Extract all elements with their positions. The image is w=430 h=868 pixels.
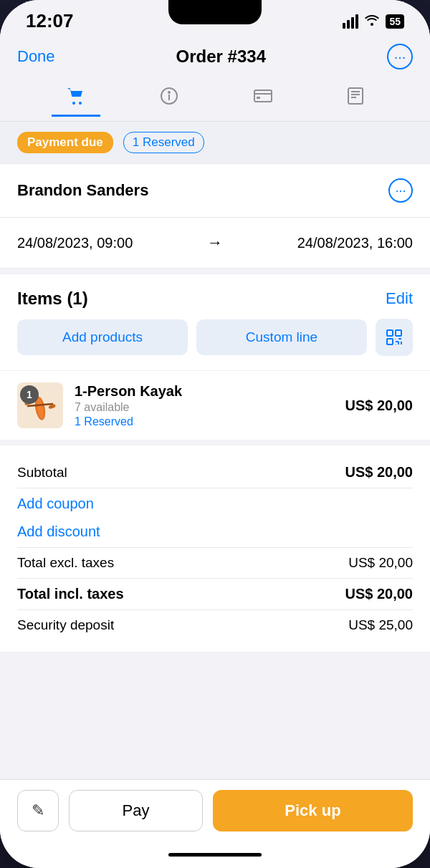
product-price: US$ 20,00 xyxy=(345,397,413,414)
customer-name: Brandon Sanders xyxy=(17,181,148,200)
svg-rect-5 xyxy=(254,90,272,102)
battery-icon: 55 xyxy=(386,14,404,29)
wifi-icon xyxy=(364,13,380,29)
edit-icon-button[interactable]: ✎ xyxy=(17,790,59,831)
product-item: 1 1-Person Kayak 7 available 1 Reserved … xyxy=(0,370,430,440)
page-title: Order #334 xyxy=(176,47,266,67)
info-icon xyxy=(160,87,178,110)
customer-more-icon: ··· xyxy=(395,183,406,198)
tab-cart[interactable] xyxy=(52,82,100,117)
status-icons: 55 xyxy=(343,13,404,29)
payment-due-badge: Payment due xyxy=(17,132,113,153)
scan-barcode-button[interactable] xyxy=(376,319,413,356)
end-date: 24/08/2023, 16:00 xyxy=(297,235,413,251)
customer-more-button[interactable]: ··· xyxy=(388,178,413,203)
total-excl-value: US$ 20,00 xyxy=(348,555,413,571)
svg-point-0 xyxy=(72,102,75,105)
nav-header: Done Order #334 ··· xyxy=(0,38,430,78)
home-bar xyxy=(168,853,262,857)
more-menu-button[interactable]: ··· xyxy=(387,44,413,69)
total-incl-label: Total incl. taxes xyxy=(17,586,124,602)
product-reserved-badge: 1 Reserved xyxy=(75,415,345,428)
svg-point-1 xyxy=(79,102,82,105)
security-deposit-value: US$ 25,00 xyxy=(348,617,413,633)
add-discount-button[interactable]: Add discount xyxy=(17,519,413,547)
tab-bar xyxy=(0,78,430,122)
security-deposit-label: Security deposit xyxy=(17,617,114,633)
custom-line-button[interactable]: Custom line xyxy=(196,319,367,355)
product-availability: 7 available xyxy=(75,401,345,414)
add-products-button[interactable]: Add products xyxy=(17,319,188,355)
done-button[interactable]: Done xyxy=(17,47,55,66)
total-incl-value: US$ 20,00 xyxy=(345,586,413,602)
cart-icon xyxy=(66,87,86,110)
tab-info[interactable] xyxy=(145,82,193,117)
arrow-icon: → xyxy=(207,233,223,252)
content-area: Brandon Sanders ··· 24/08/2023, 09:00 → … xyxy=(0,163,430,779)
product-quantity-badge: 1 xyxy=(20,385,39,404)
svg-rect-12 xyxy=(387,330,393,336)
totals-section: Subtotal US$ 20,00 Add coupon Add discou… xyxy=(0,440,430,652)
status-bar: 12:07 55 xyxy=(0,0,430,38)
product-name: 1-Person Kayak xyxy=(75,383,345,400)
svg-point-4 xyxy=(168,92,170,93)
total-incl-row: Total incl. taxes US$ 20,00 xyxy=(17,579,413,609)
reserved-badge: 1 Reserved xyxy=(123,132,204,153)
subtotal-label: Subtotal xyxy=(17,465,67,481)
items-header: Items (1) Edit xyxy=(0,269,430,319)
pay-button[interactable]: Pay xyxy=(69,790,203,831)
pickup-button[interactable]: Pick up xyxy=(213,790,413,831)
items-title: Items (1) xyxy=(17,289,88,309)
start-date: 24/08/2023, 09:00 xyxy=(17,235,133,251)
date-section: 24/08/2023, 09:00 → 24/08/2023, 16:00 xyxy=(0,217,430,269)
tab-payment[interactable] xyxy=(239,82,287,117)
subtotal-value: US$ 20,00 xyxy=(345,464,413,481)
more-dots-icon: ··· xyxy=(394,49,406,65)
tab-notes[interactable] xyxy=(333,82,378,117)
action-buttons-row: Add products Custom line xyxy=(0,319,430,370)
phone-screen: 12:07 55 xyxy=(0,0,430,868)
home-indicator xyxy=(0,846,430,868)
total-excl-label: Total excl. taxes xyxy=(17,555,114,571)
customer-section: Brandon Sanders ··· xyxy=(0,163,430,217)
svg-rect-8 xyxy=(348,88,363,104)
product-info: 1-Person Kayak 7 available 1 Reserved xyxy=(75,383,345,428)
svg-rect-13 xyxy=(396,330,401,336)
security-deposit-row: Security deposit US$ 25,00 xyxy=(17,610,413,640)
total-excl-row: Total excl. taxes US$ 20,00 xyxy=(17,548,413,578)
edit-pencil-icon: ✎ xyxy=(32,801,44,820)
svg-rect-14 xyxy=(387,339,393,344)
phone-frame: 12:07 55 xyxy=(0,0,430,868)
notes-icon xyxy=(347,87,364,110)
signal-bars-icon xyxy=(343,14,358,29)
edit-items-button[interactable]: Edit xyxy=(386,289,413,308)
status-section: Payment due 1 Reserved xyxy=(0,122,430,163)
add-coupon-button[interactable]: Add coupon xyxy=(17,488,413,519)
svg-rect-7 xyxy=(257,97,260,99)
status-time: 12:07 xyxy=(26,10,74,32)
product-image-wrap: 1 xyxy=(17,382,63,428)
bottom-action-bar: ✎ Pay Pick up xyxy=(0,779,430,846)
subtotal-row: Subtotal US$ 20,00 xyxy=(17,457,413,488)
notch xyxy=(168,0,262,24)
payment-icon xyxy=(253,87,273,109)
